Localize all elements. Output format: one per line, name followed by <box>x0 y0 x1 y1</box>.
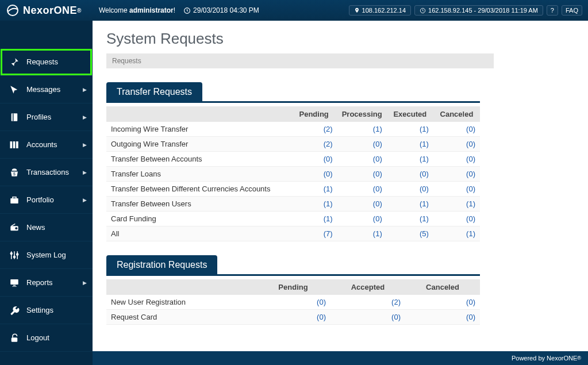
count-link[interactable]: (1) <box>324 214 333 223</box>
count-link[interactable]: (0) <box>466 140 475 148</box>
count-link[interactable]: (1) <box>420 140 429 148</box>
row-label: New User Registration <box>106 295 256 310</box>
count-link[interactable]: (1) <box>324 185 333 193</box>
ip-badge[interactable]: 108.162.212.14 <box>349 5 411 16</box>
column-header <box>106 106 291 122</box>
chevron-right-icon: ▶ <box>83 142 87 148</box>
count-link[interactable]: (1) <box>420 155 429 163</box>
faq-button[interactable]: FAQ <box>562 5 582 16</box>
count-link[interactable]: (0) <box>466 214 475 223</box>
column-header: Executed <box>387 106 433 122</box>
row-label: Transfer Loans <box>106 167 291 182</box>
count-cell: (2) <box>291 137 337 152</box>
count-link[interactable]: (0) <box>420 185 429 193</box>
brand-reg: ® <box>77 7 82 14</box>
nav-label: Reports <box>26 278 53 287</box>
svg-point-19 <box>14 256 16 258</box>
count-link[interactable]: (1) <box>324 199 333 208</box>
count-link[interactable]: (0) <box>420 170 429 178</box>
count-link[interactable]: (0) <box>324 155 333 163</box>
count-link[interactable]: (1) <box>466 199 475 208</box>
nav-label: Portfolio <box>26 195 54 204</box>
help-button[interactable]: ? <box>547 5 558 16</box>
nav-system-log[interactable]: System Log <box>0 241 93 269</box>
column-header <box>106 279 256 295</box>
nav-portfolio[interactable]: Portfolio▶ <box>0 186 93 214</box>
count-link[interactable]: (0) <box>466 313 475 321</box>
count-link[interactable]: (0) <box>317 313 326 321</box>
location-pin-icon <box>354 7 360 14</box>
count-cell: (0) <box>291 167 337 182</box>
count-cell: (5) <box>387 226 433 241</box>
count-link[interactable]: (0) <box>324 170 333 178</box>
row-label: Transfer Between Users <box>106 197 291 212</box>
table-row: All(7)(1)(5)(1) <box>106 226 480 241</box>
count-link[interactable]: (0) <box>373 140 382 148</box>
count-link[interactable]: (1) <box>420 125 429 133</box>
cards-icon <box>8 140 21 150</box>
count-link[interactable]: (0) <box>466 170 475 178</box>
nav-requests[interactable]: Requests <box>0 48 93 76</box>
count-link[interactable]: (7) <box>324 229 333 238</box>
clock-icon <box>183 7 191 14</box>
count-cell: (1) <box>291 212 337 226</box>
last-login-badge[interactable]: 162.158.92.145 - 29/03/2018 11:19 AM <box>414 5 543 16</box>
screen-icon <box>8 278 21 288</box>
count-link[interactable]: (0) <box>373 185 382 193</box>
count-cell: (0) <box>337 152 387 167</box>
registration-requests-section: Registration Requests PendingAcceptedCan… <box>106 255 480 325</box>
count-link[interactable]: (0) <box>373 155 382 163</box>
nav-profiles[interactable]: Profiles▶ <box>0 103 93 131</box>
count-link[interactable]: (0) <box>466 298 475 306</box>
nav-reports[interactable]: Reports▶ <box>0 269 93 297</box>
server-datetime: 29/03/2018 04:30 PM <box>183 6 259 14</box>
count-cell: (1) <box>387 152 433 167</box>
count-link[interactable]: (1) <box>420 214 429 223</box>
count-cell: (0) <box>387 167 433 182</box>
nav-accounts[interactable]: Accounts▶ <box>0 131 93 159</box>
count-link[interactable]: (0) <box>373 170 382 178</box>
count-cell: (1) <box>387 137 433 152</box>
cursor-icon <box>8 84 21 95</box>
count-link[interactable]: (0) <box>466 155 475 163</box>
nav-settings[interactable]: Settings <box>0 297 93 324</box>
count-cell: (0) <box>330 310 405 325</box>
count-link[interactable]: (1) <box>466 229 475 238</box>
svg-rect-21 <box>10 279 18 285</box>
count-cell: (0) <box>433 152 480 167</box>
count-cell: (1) <box>291 182 337 197</box>
count-link[interactable]: (5) <box>420 229 429 238</box>
count-link[interactable]: (0) <box>466 125 475 133</box>
book-icon <box>8 112 21 122</box>
count-link[interactable]: (0) <box>317 298 326 306</box>
nav-news[interactable]: News <box>0 214 93 241</box>
count-link[interactable]: (1) <box>373 229 382 238</box>
svg-rect-11 <box>13 197 16 198</box>
count-link[interactable]: (0) <box>391 313 401 321</box>
count-cell: (0) <box>387 182 433 197</box>
nav-label: Transactions <box>26 168 69 176</box>
nav-transactions[interactable]: $Transactions▶ <box>0 159 93 186</box>
brand-logo[interactable]: NexorONE® <box>6 3 82 17</box>
nav-messages[interactable]: Messages▶ <box>0 76 93 103</box>
count-link[interactable]: (1) <box>373 125 382 133</box>
count-link[interactable]: (1) <box>420 199 429 208</box>
nav-label: Settings <box>26 306 53 314</box>
count-cell: (1) <box>387 122 433 137</box>
count-link[interactable]: (0) <box>466 185 475 193</box>
svg-rect-24 <box>11 337 18 342</box>
count-link[interactable]: (2) <box>324 140 333 148</box>
count-link[interactable]: (0) <box>373 199 382 208</box>
count-link[interactable]: (0) <box>373 214 382 223</box>
row-label: Request Card <box>106 310 256 325</box>
nav-label: System Log <box>26 251 66 259</box>
nav-label: Requests <box>26 57 58 66</box>
svg-point-13 <box>15 227 17 229</box>
nav-logout[interactable]: Logout <box>0 324 93 352</box>
count-link[interactable]: (2) <box>324 125 333 133</box>
section-title: Registration Requests <box>106 255 217 275</box>
count-link[interactable]: (2) <box>391 298 401 306</box>
table-row: Incoming Wire Transfer(2)(1)(1)(0) <box>106 122 480 137</box>
briefcase-icon <box>8 195 21 205</box>
nav-label: Messages <box>26 85 60 94</box>
